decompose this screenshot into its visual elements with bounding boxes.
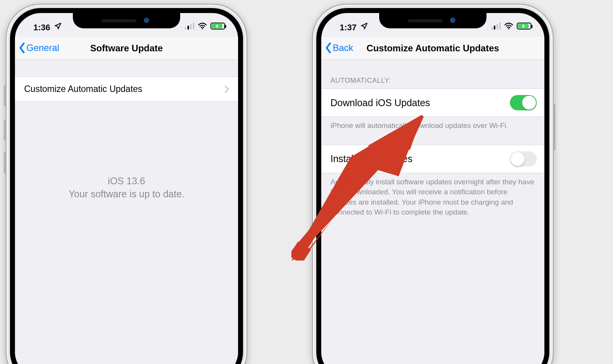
customize-automatic-updates-row[interactable]: Customize Automatic Updates (15, 77, 238, 102)
location-icon (360, 22, 368, 32)
row-label: Install iOS Updates (330, 153, 413, 164)
status-right (185, 21, 225, 31)
chevron-right-icon (225, 85, 229, 93)
battery-fill (212, 24, 222, 28)
row-label: Download iOS Updates (330, 97, 430, 108)
back-button[interactable]: Back (325, 42, 353, 54)
phone-frame: 1:36 (6, 4, 247, 364)
back-button[interactable]: General (19, 42, 59, 54)
phone-left: 1:36 (0, 0, 253, 364)
battery-fill (518, 24, 529, 28)
install-footer: Automatically install software updates o… (321, 173, 544, 218)
content-area: AUTOMATICALLY: Download iOS Updates iPho… (321, 60, 544, 364)
back-label: General (26, 43, 59, 53)
chevron-left-icon (325, 42, 332, 54)
spacer (15, 60, 238, 77)
download-toggle[interactable] (510, 95, 537, 110)
wifi-icon (198, 21, 207, 31)
notch (379, 13, 486, 28)
content-area: Customize Automatic Updates iOS 13.6 You… (15, 60, 238, 364)
status-message: iOS 13.6 Your software is up to date. (15, 175, 238, 201)
svg-point-0 (202, 28, 203, 29)
phone-right: 1:37 (306, 0, 559, 364)
nav-bar: General Software Update (15, 37, 238, 60)
row-label: Customize Automatic Updates (24, 84, 142, 94)
status-right (491, 21, 531, 31)
download-footer: iPhone will automatically download updat… (321, 117, 544, 131)
toggle-knob (511, 152, 524, 166)
battery-icon (210, 23, 225, 30)
nav-title: Software Update (90, 43, 163, 54)
battery-icon (517, 23, 531, 30)
status-time-area: 1:36 (33, 22, 63, 33)
location-icon (54, 22, 62, 32)
svg-point-1 (508, 28, 509, 29)
status-time: 1:36 (33, 23, 50, 32)
phone-frame: 1:37 (312, 4, 554, 364)
status-time-area: 1:37 (340, 22, 370, 33)
section-gap (321, 131, 544, 145)
wifi-icon (504, 21, 513, 31)
download-ios-updates-row[interactable]: Download iOS Updates (321, 89, 544, 117)
ios-version: iOS 13.6 (15, 175, 238, 188)
install-ios-updates-row[interactable]: Install iOS Updates (321, 145, 544, 173)
section-header-automatically: AUTOMATICALLY: (321, 77, 544, 89)
status-time: 1:37 (340, 23, 357, 32)
signal-icon (185, 23, 194, 30)
phone-screen: 1:36 (15, 13, 238, 364)
nav-bar: Back Customize Automatic Updates (321, 37, 544, 60)
phone-screen: 1:37 (321, 13, 544, 364)
notch (73, 13, 180, 28)
phone-bezel: 1:36 (10, 8, 243, 364)
install-toggle[interactable] (510, 151, 537, 167)
nav-title: Customize Automatic Updates (366, 43, 499, 54)
back-label: Back (333, 43, 353, 53)
chevron-left-icon (19, 42, 25, 54)
signal-icon (491, 23, 501, 30)
phone-bezel: 1:37 (316, 8, 549, 364)
up-to-date-text: Your software is up to date. (15, 188, 238, 201)
toggle-knob (522, 96, 536, 110)
